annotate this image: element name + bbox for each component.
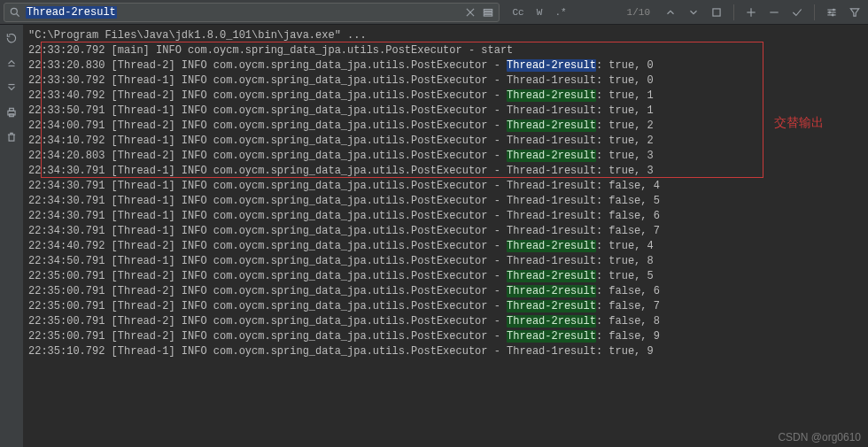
- console-line: 22:35:00.791 [Thread-2] INFO com.oycm.sp…: [28, 299, 868, 314]
- filter-icon[interactable]: [845, 3, 864, 22]
- remove-filter-button[interactable]: [764, 3, 784, 22]
- restart-icon[interactable]: [4, 30, 19, 46]
- svg-point-0: [11, 8, 17, 14]
- console-line: 22:34:20.803 [Thread-2] INFO com.oycm.sp…: [28, 149, 868, 164]
- search-icon: [8, 5, 22, 19]
- console-line: 22:34:00.791 [Thread-2] INFO com.oycm.sp…: [28, 119, 868, 134]
- svg-line-1: [17, 13, 19, 16]
- regex-toggle[interactable]: .*: [551, 4, 570, 21]
- console-line: 22:33:30.792 [Thread-1] INFO com.oycm.sp…: [28, 73, 868, 89]
- svg-rect-7: [713, 8, 720, 15]
- search-input[interactable]: Thread-2result: [26, 6, 460, 19]
- console-line: 22:34:30.791 [Thread-1] INFO com.oycm.sp…: [28, 224, 868, 239]
- console-output[interactable]: "C:\Program Files\Java\jdk1.8.0_101\bin\…: [23, 25, 868, 447]
- console-line: 22:35:00.791 [Thread-2] INFO com.oycm.sp…: [28, 269, 868, 284]
- console-line: "C:\Program Files\Java\jdk1.8.0_101\bin\…: [28, 28, 868, 43]
- search-options: Cc W .*: [508, 4, 570, 21]
- svg-rect-6: [484, 14, 492, 16]
- console-line: 22:35:00.791 [Thread-2] INFO com.oycm.sp…: [28, 329, 868, 344]
- svg-point-16: [832, 14, 833, 16]
- watermark: CSDN @org0610: [778, 431, 861, 443]
- check-filter-button[interactable]: [787, 3, 807, 22]
- add-filter-button[interactable]: [741, 3, 761, 22]
- svg-point-15: [829, 12, 831, 13]
- down-icon[interactable]: [4, 80, 19, 96]
- up-icon[interactable]: [4, 55, 19, 71]
- svg-marker-17: [850, 8, 858, 15]
- console-line: 22:34:30.791 [Thread-1] INFO com.oycm.sp…: [28, 179, 868, 194]
- prev-match-button[interactable]: [661, 3, 680, 22]
- console-line: 22:33:50.791 [Thread-1] INFO com.oycm.sp…: [28, 104, 868, 119]
- clear-icon[interactable]: [463, 5, 477, 19]
- svg-rect-5: [484, 12, 492, 13]
- svg-rect-21: [10, 108, 14, 111]
- history-icon[interactable]: [481, 5, 495, 19]
- toolbar-right: 1/10: [620, 3, 864, 22]
- print-icon[interactable]: [4, 104, 19, 120]
- match-count: 1/10: [627, 7, 650, 18]
- console-line: 22:33:20.830 [Thread-2] INFO com.oycm.sp…: [28, 58, 868, 73]
- console-line: 22:34:10.792 [Thread-1] INFO com.oycm.sp…: [28, 134, 868, 149]
- next-match-button[interactable]: [684, 3, 703, 22]
- console-line: 22:33:40.792 [Thread-2] INFO com.oycm.sp…: [28, 89, 868, 104]
- console-line: 22:34:30.791 [Thread-1] INFO com.oycm.sp…: [28, 164, 868, 179]
- svg-point-14: [833, 9, 834, 11]
- select-all-button[interactable]: [707, 3, 726, 22]
- left-gutter: [0, 25, 23, 447]
- console-line: 22:34:30.791 [Thread-1] INFO com.oycm.sp…: [28, 194, 868, 209]
- console-line: 22:35:10.792 [Thread-1] INFO com.oycm.sp…: [28, 344, 868, 359]
- annotation-label: 交替输出: [774, 115, 824, 130]
- console-line: 22:34:30.791 [Thread-1] INFO com.oycm.sp…: [28, 209, 868, 224]
- search-field-wrapper[interactable]: Thread-2result: [4, 3, 500, 22]
- search-toolbar: Thread-2result Cc W .* 1/10: [0, 0, 868, 25]
- match-case-toggle[interactable]: Cc: [508, 4, 528, 21]
- console-line: 22:34:50.791 [Thread-1] INFO com.oycm.sp…: [28, 254, 868, 269]
- console-line: 22:35:00.791 [Thread-2] INFO com.oycm.sp…: [28, 284, 868, 299]
- console-line: 22:33:20.792 [main] INFO com.oycm.spring…: [28, 43, 868, 58]
- svg-rect-4: [484, 9, 492, 11]
- console-line: 22:34:40.792 [Thread-2] INFO com.oycm.sp…: [28, 239, 868, 254]
- separator: [733, 4, 734, 20]
- whole-word-toggle[interactable]: W: [530, 4, 549, 21]
- separator: [814, 4, 815, 20]
- trash-icon[interactable]: [4, 129, 19, 145]
- settings-button[interactable]: [822, 3, 841, 22]
- console-line: 22:35:00.791 [Thread-2] INFO com.oycm.sp…: [28, 314, 868, 329]
